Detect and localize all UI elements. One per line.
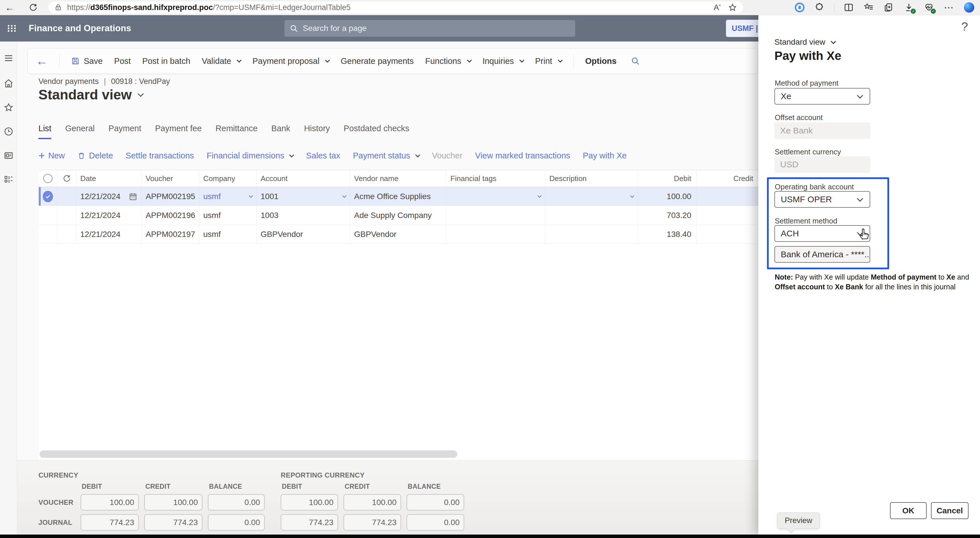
- action-search-icon[interactable]: [631, 56, 640, 66]
- column-header-description[interactable]: Description: [545, 170, 638, 187]
- more-menu-icon[interactable]: ⋯: [943, 2, 955, 13]
- column-header-account[interactable]: Account: [257, 170, 350, 187]
- options-button[interactable]: Options: [585, 56, 617, 66]
- tab-list[interactable]: List: [38, 124, 51, 139]
- company-cell[interactable]: usmf: [199, 187, 257, 206]
- sales-tax-button[interactable]: Sales tax: [306, 151, 340, 160]
- tab-payment-fee[interactable]: Payment fee: [155, 124, 202, 139]
- column-header-voucher[interactable]: Voucher: [142, 170, 199, 187]
- url-domain: d365finops-sand.hifxpreprod.poc: [90, 3, 213, 12]
- calendar-icon[interactable]: [129, 192, 137, 201]
- browser-back-icon[interactable]: ←: [4, 2, 16, 13]
- page-search-box[interactable]: [285, 20, 575, 37]
- browser-refresh-icon[interactable]: [27, 2, 39, 13]
- trash-icon: [77, 152, 86, 160]
- home-icon[interactable]: [3, 78, 14, 89]
- functions-menu[interactable]: Functions: [425, 56, 471, 66]
- select-all-checkbox[interactable]: [39, 170, 57, 187]
- address-bar[interactable]: https://d365finops-sand.hifxpreprod.poc/…: [48, 2, 743, 13]
- favorites-icon[interactable]: [3, 102, 14, 113]
- post-button[interactable]: Post: [114, 56, 131, 66]
- column-header-company[interactable]: Company: [199, 170, 257, 187]
- column-header-credit[interactable]: Credit: [697, 170, 758, 187]
- inquiries-menu[interactable]: Inquiries: [482, 56, 524, 66]
- debit-cell: 138.40: [638, 225, 697, 243]
- refresh-grid-button[interactable]: [57, 170, 76, 187]
- row-checkbox-checked[interactable]: [39, 187, 57, 206]
- workspaces-icon[interactable]: [3, 151, 14, 161]
- chevron-down-icon: [289, 152, 294, 157]
- downloads-icon[interactable]: ✓: [903, 2, 915, 13]
- tab-bank[interactable]: Bank: [271, 124, 290, 139]
- ok-button[interactable]: OK: [890, 502, 927, 519]
- search-input[interactable]: [303, 24, 561, 33]
- row-checkbox[interactable]: [39, 206, 57, 225]
- split-screen-icon[interactable]: [843, 2, 854, 13]
- favorites-list-icon[interactable]: [863, 2, 875, 13]
- totals-header-balance: BALANCE: [208, 483, 265, 490]
- password-manager-icon[interactable]: [794, 2, 805, 13]
- description-cell[interactable]: [545, 187, 638, 206]
- scrollbar-thumb[interactable]: [40, 450, 457, 458]
- tab-history[interactable]: History: [304, 124, 330, 139]
- delete-button[interactable]: Delete: [77, 151, 113, 160]
- validate-menu[interactable]: Validate: [202, 56, 241, 66]
- settlement-method-select[interactable]: ACH: [775, 225, 870, 242]
- collections-icon[interactable]: [883, 2, 894, 13]
- method-of-payment-select[interactable]: Xe: [775, 88, 870, 105]
- save-button[interactable]: Save: [71, 56, 103, 66]
- new-button[interactable]: +New: [38, 151, 65, 160]
- table-row[interactable]: 12/21/2024 APPM002196 usmf 1003 Ade Supp…: [39, 206, 758, 225]
- breadcrumb-journal-name[interactable]: Vendor payments: [38, 77, 99, 86]
- modules-list-icon[interactable]: [3, 175, 14, 185]
- payment-status-menu[interactable]: Payment status: [353, 151, 420, 160]
- chevron-down-icon[interactable]: [342, 194, 346, 198]
- app-launcher-waffle-icon[interactable]: [5, 22, 18, 35]
- tab-remittance[interactable]: Remittance: [216, 124, 258, 139]
- column-header-debit[interactable]: Debit: [638, 170, 697, 187]
- help-button[interactable]: ?: [961, 20, 968, 33]
- column-header-financial-tags[interactable]: Financial tags: [446, 170, 545, 187]
- journal-currency-debit: 774.23: [81, 514, 139, 530]
- browser-essentials-icon[interactable]: ✓: [923, 2, 935, 13]
- horizontal-scrollbar[interactable]: [39, 450, 758, 458]
- hamburger-menu-icon[interactable]: [3, 53, 14, 63]
- tab-postdated-checks[interactable]: Postdated checks: [344, 124, 409, 139]
- operating-bank-account-select[interactable]: USMF OPER: [775, 191, 870, 208]
- row-checkbox[interactable]: [39, 225, 57, 243]
- favorite-star-icon[interactable]: [728, 3, 737, 12]
- chevron-down-icon[interactable]: [538, 194, 542, 198]
- screen: ← https://d365finops-sand.hifxpreprod.po…: [0, 0, 980, 538]
- pay-with-xe-button[interactable]: Pay with Xe: [583, 151, 627, 160]
- copilot-icon[interactable]: [963, 2, 975, 13]
- tab-general[interactable]: General: [65, 124, 95, 139]
- financial-tags-cell[interactable]: [446, 187, 545, 206]
- account-cell[interactable]: 1001: [257, 187, 350, 206]
- settle-transactions-button[interactable]: Settle transactions: [126, 151, 194, 160]
- table-row[interactable]: 12/21/2024 APPM002195 usmf 1001 Acme Off…: [39, 187, 758, 206]
- chevron-down-icon[interactable]: [249, 194, 253, 198]
- financial-dimensions-menu[interactable]: Financial dimensions: [207, 151, 294, 160]
- generate-payments-button[interactable]: Generate payments: [340, 56, 414, 66]
- panel-view-selector[interactable]: Standard view: [775, 38, 835, 47]
- bank-account-display-field[interactable]: Bank of America - ****...: [775, 246, 870, 263]
- date-cell[interactable]: 12/21/2024: [76, 187, 142, 206]
- chevron-down-icon[interactable]: [630, 194, 634, 198]
- view-marked-transactions-button[interactable]: View marked transactions: [475, 151, 570, 160]
- cancel-button[interactable]: Cancel: [931, 502, 969, 519]
- view-title-selector[interactable]: Standard view: [38, 87, 143, 103]
- column-header-vendor-name[interactable]: Vendor name: [350, 170, 446, 187]
- column-header-date[interactable]: Date: [76, 170, 142, 187]
- table-row[interactable]: 12/21/2024 APPM002197 usmf GBPVendor GBP…: [39, 225, 758, 244]
- extensions-puzzle-icon[interactable]: [814, 2, 826, 13]
- read-aloud-icon[interactable]: Aʻ: [714, 3, 721, 12]
- chevron-down-icon: [558, 58, 563, 63]
- debit-cell: 100.00: [638, 187, 697, 206]
- breadcrumb[interactable]: Vendor payments | 00918 : VendPay: [38, 77, 170, 86]
- print-menu[interactable]: Print: [535, 56, 562, 66]
- back-button[interactable]: ←: [36, 55, 48, 67]
- post-in-batch-button[interactable]: Post in batch: [142, 56, 190, 66]
- tab-payment[interactable]: Payment: [108, 124, 141, 139]
- recent-clock-icon[interactable]: [3, 126, 14, 136]
- payment-proposal-menu[interactable]: Payment proposal: [252, 56, 329, 66]
